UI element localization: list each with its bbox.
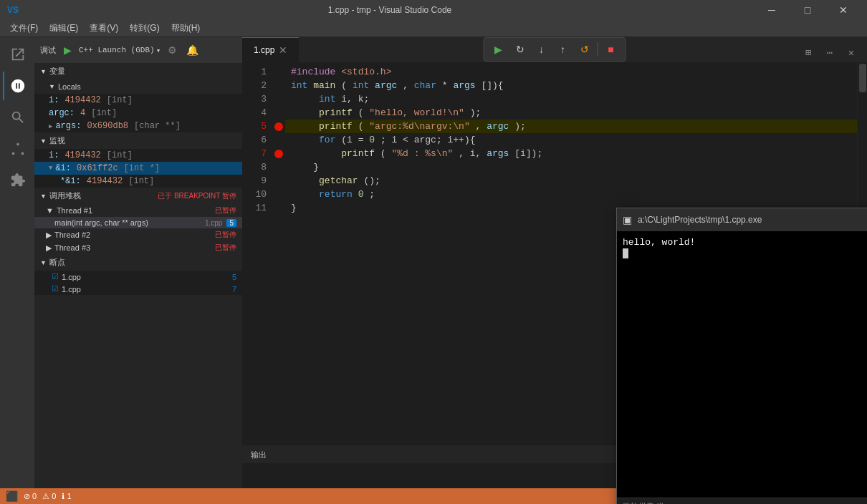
locals-label: Locals bbox=[58, 82, 81, 91]
debug-toolbar: 调试 ▶ C++ Launch (GDB) ▾ ⚙ 🔔 bbox=[34, 37, 242, 63]
code-line-4: printf ( "hello, world!\n" ); bbox=[285, 106, 857, 120]
breakpoints-label: 断点 bbox=[49, 257, 65, 268]
activity-bar bbox=[0, 37, 34, 488]
thread-2[interactable]: ▶ Thread #2 已暂停 bbox=[34, 228, 242, 241]
terminal-icon: ▣ bbox=[623, 214, 632, 226]
minimize-button[interactable]: ─ bbox=[755, 0, 788, 20]
bp-margin bbox=[272, 62, 285, 445]
debug-label: 调试 bbox=[40, 45, 56, 56]
step-into-button[interactable]: ↓ bbox=[532, 39, 552, 59]
variables-section: ▼ 变量 ▼ Locals i: 4194432 [int] argc: 4 [… bbox=[34, 63, 242, 132]
breakpoints-content: ☑ 1.cpp 5 ☑ 1.cpp 7 bbox=[34, 271, 242, 295]
var-args: ▶ args: 0x690db8 [char **] bbox=[34, 120, 242, 132]
main-layout: 调试 ▶ C++ Launch (GDB) ▾ ⚙ 🔔 ▼ 变量 ▼ Local… bbox=[0, 37, 867, 488]
restart-button[interactable]: ↺ bbox=[575, 39, 595, 59]
menu-bar: 文件(F) 编辑(E) 查看(V) 转到(G) 帮助(H) bbox=[0, 20, 867, 37]
terminal-footer: 微软拼音 半 ： bbox=[617, 498, 867, 504]
close-button[interactable]: ✕ bbox=[827, 0, 860, 20]
stack-frame-main[interactable]: main(int argc, char ** args) 1.cpp 5 bbox=[34, 217, 242, 228]
bp-margin-1 bbox=[272, 65, 285, 79]
breakpoint-dot-7 bbox=[274, 150, 283, 158]
window-controls: ─ □ ✕ bbox=[755, 0, 860, 20]
thread-3[interactable]: ▶ Thread #3 已暂停 bbox=[34, 241, 242, 254]
breakpoints-header[interactable]: ▼ 断点 bbox=[34, 254, 242, 271]
step-over-button[interactable]: ↻ bbox=[510, 39, 530, 59]
status-errors[interactable]: ⊘ 0 bbox=[24, 492, 37, 501]
code-line-9: getchar (); bbox=[285, 174, 857, 188]
output-label: 输出 bbox=[251, 450, 267, 460]
code-line-10: return 0 ; bbox=[285, 188, 857, 201]
status-warnings[interactable]: ⚠ 0 bbox=[42, 492, 56, 501]
watch-addr-i[interactable]: ▼ &i: 0x61ff2c [int *] bbox=[34, 162, 242, 175]
notifications-button[interactable]: 🔔 bbox=[183, 42, 201, 59]
more-actions-button[interactable]: ⋯ bbox=[820, 42, 840, 62]
svg-point-0 bbox=[16, 143, 19, 146]
debug-control-bar: ▶ ↻ ↓ ↑ ↺ ■ bbox=[484, 37, 626, 62]
frame-file: 1.cpp bbox=[205, 219, 222, 227]
maximize-button[interactable]: □ bbox=[791, 0, 824, 20]
watch-header[interactable]: ▼ 监视 bbox=[34, 132, 242, 149]
terminal-footer-text: 微软拼音 半 ： bbox=[623, 501, 674, 504]
code-line-5: printf ( "argc:%d\nargv:\n" , argc ); bbox=[285, 120, 857, 133]
terminal-output-line1: hello, world! bbox=[623, 237, 867, 248]
tab-1cpp[interactable]: 1.cpp ✕ bbox=[242, 37, 299, 62]
debug-config-selector[interactable]: C++ Launch (GDB) ▾ bbox=[79, 46, 161, 55]
bp-item-1[interactable]: ☑ 1.cpp 5 bbox=[34, 271, 242, 283]
sidebar: 调试 ▶ C++ Launch (GDB) ▾ ⚙ 🔔 ▼ 变量 ▼ Local… bbox=[34, 37, 242, 488]
code-line-6: for (i = 0 ; i < argc; i++){ bbox=[285, 133, 857, 147]
terminal-cursor-line bbox=[623, 248, 867, 258]
split-editor-button[interactable]: ⊞ bbox=[798, 42, 818, 62]
code-line-1: #include <stdio.h> bbox=[285, 65, 857, 79]
terminal-content[interactable]: hello, world! bbox=[617, 231, 867, 498]
terminal-title: a:\C\LightProjects\tmp\1.cpp.exe bbox=[638, 215, 867, 225]
activity-git[interactable] bbox=[3, 135, 32, 163]
code-line-2: int main ( int argc , char * args []){ bbox=[285, 79, 857, 92]
callstack-header[interactable]: ▼ 调用堆栈 已于 BREAKPOINT 暂停 bbox=[34, 188, 242, 204]
menu-help[interactable]: 帮助(H) bbox=[166, 21, 206, 36]
code-line-8: } bbox=[285, 160, 857, 174]
scrollbar-thumb[interactable] bbox=[859, 64, 866, 92]
title-bar: VS 1.cpp - tmp - Visual Studio Code ─ □ … bbox=[0, 0, 867, 20]
tab-area-icons: ⊞ ⋯ ✕ bbox=[798, 42, 867, 62]
terminal-titlebar: ▣ a:\C\LightProjects\tmp\1.cpp.exe ─ □ ✕ bbox=[617, 208, 867, 231]
activity-extensions[interactable] bbox=[3, 166, 32, 195]
breakpoints-section: ▼ 断点 ☑ 1.cpp 5 ☑ 1.cpp 7 bbox=[34, 254, 242, 488]
menu-file[interactable]: 文件(F) bbox=[4, 21, 44, 36]
callstack-section: ▼ 调用堆栈 已于 BREAKPOINT 暂停 ▼ Thread #1 已暂停 … bbox=[34, 188, 242, 254]
settings-button[interactable]: ⚙ bbox=[163, 42, 181, 59]
status-info[interactable]: ℹ 1 bbox=[62, 492, 71, 501]
close-editor-button[interactable]: ✕ bbox=[841, 42, 861, 62]
watch-deref-i: *&i: 4194432 [int] bbox=[34, 175, 242, 188]
step-out-button[interactable]: ↑ bbox=[553, 39, 573, 59]
var-i: i: 4194432 [int] bbox=[34, 94, 242, 107]
code-line-7: printf ( "%d : %s\n" , i, args [i]); bbox=[285, 147, 857, 160]
tab-label: 1.cpp bbox=[254, 45, 274, 55]
watch-content: i: 4194432 [int] ▼ &i: 0x61ff2c [int *] … bbox=[34, 149, 242, 188]
variables-header[interactable]: ▼ 变量 bbox=[34, 63, 242, 79]
terminal-window: ▣ a:\C\LightProjects\tmp\1.cpp.exe ─ □ ✕… bbox=[616, 208, 867, 504]
locals-header[interactable]: ▼ Locals bbox=[34, 79, 242, 94]
window-title: 1.cpp - tmp - Visual Studio Code bbox=[24, 5, 755, 15]
activity-explorer[interactable] bbox=[3, 40, 32, 69]
status-left: ⬛ ⊘ 0 ⚠ 0 ℹ 1 bbox=[6, 490, 72, 502]
tab-close[interactable]: ✕ bbox=[279, 44, 287, 56]
continue-button[interactable]: ▶ bbox=[489, 39, 509, 59]
menu-edit[interactable]: 编辑(E) bbox=[44, 21, 84, 36]
activity-debug[interactable] bbox=[3, 72, 32, 100]
svg-point-2 bbox=[21, 152, 24, 155]
stop-button[interactable]: ■ bbox=[601, 39, 621, 59]
debug-separator bbox=[598, 42, 598, 57]
bp-item-2[interactable]: ☑ 1.cpp 7 bbox=[34, 283, 242, 295]
status-debug-icon: ⬛ bbox=[6, 490, 18, 502]
menu-view[interactable]: 查看(V) bbox=[84, 21, 124, 36]
editor-tabs: 1.cpp ✕ ▶ ↻ ↓ ↑ ↺ ■ ⊞ ⋯ ✕ bbox=[242, 37, 867, 62]
bp-marker-7 bbox=[272, 147, 285, 160]
activity-search[interactable] bbox=[3, 103, 32, 132]
line-numbers: 1 2 3 4 5 6 7 8 9 10 11 bbox=[242, 62, 272, 445]
watch-i: i: 4194432 [int] bbox=[34, 149, 242, 162]
start-debug-button[interactable]: ▶ bbox=[59, 42, 76, 59]
menu-goto[interactable]: 转到(G) bbox=[124, 21, 165, 36]
thread-1[interactable]: ▼ Thread #1 已暂停 bbox=[34, 204, 242, 217]
watch-section: ▼ 监视 i: 4194432 [int] ▼ &i: 0x61ff2c [in… bbox=[34, 132, 242, 188]
callstack-label: 调用堆栈 bbox=[49, 190, 81, 201]
